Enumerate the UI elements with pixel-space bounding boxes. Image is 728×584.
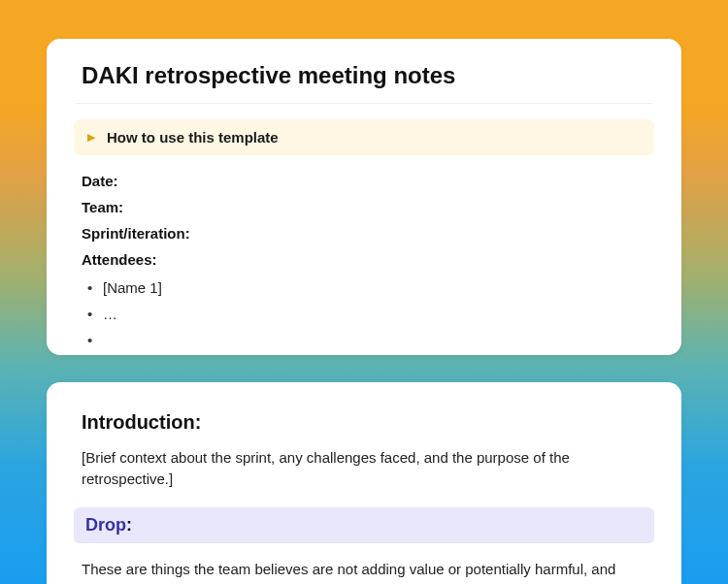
notes-card-body: Introduction: [Brief context about the s… bbox=[47, 382, 681, 584]
drop-body[interactable]: These are things the team believes are n… bbox=[82, 559, 646, 585]
notes-card-header: DAKI retrospective meeting notes ▶ How t… bbox=[47, 39, 681, 355]
introduction-heading: Introduction: bbox=[82, 411, 646, 434]
page-title: DAKI retrospective meeting notes bbox=[76, 62, 652, 104]
attendees-list: [Name 1] … bbox=[82, 277, 646, 324]
field-team[interactable]: Team: bbox=[82, 199, 646, 215]
drop-label: Drop bbox=[85, 515, 126, 535]
list-item[interactable]: [Name 1] bbox=[82, 277, 646, 298]
field-date[interactable]: Date: bbox=[82, 173, 646, 189]
how-to-use-callout[interactable]: ▶ How to use this template bbox=[74, 119, 654, 155]
list-item[interactable]: … bbox=[82, 304, 646, 324]
disclosure-triangle-icon: ▶ bbox=[87, 132, 95, 143]
callout-text: How to use this template bbox=[107, 129, 279, 146]
introduction-body[interactable]: [Brief context about the sprint, any cha… bbox=[82, 447, 646, 490]
field-attendees[interactable]: Attendees: bbox=[82, 251, 646, 268]
field-sprint[interactable]: Sprint/iteration: bbox=[82, 225, 646, 242]
drop-colon: : bbox=[126, 515, 132, 535]
drop-banner: Drop: bbox=[74, 507, 654, 543]
